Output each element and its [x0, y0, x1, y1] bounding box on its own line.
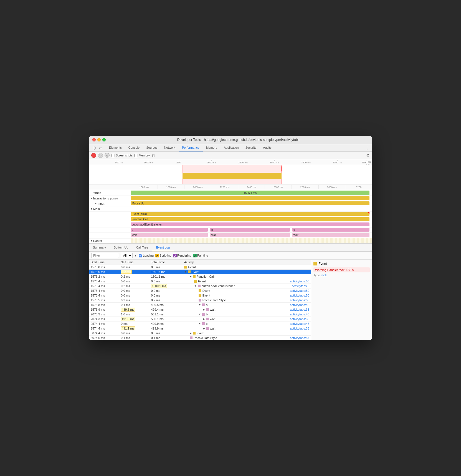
activity-link[interactable]: activitytabs:50	[288, 280, 309, 283]
cell-start-time: 2073.3 ms	[89, 312, 119, 317]
tab-memory[interactable]: Memory	[203, 144, 221, 151]
memory-checkbox-label[interactable]: Memory	[134, 154, 150, 157]
cell-total-time: 499.9 ms	[149, 326, 182, 331]
tab-network[interactable]: Network	[161, 144, 179, 151]
tick-2800: 2800 ms	[292, 185, 318, 189]
activity-link[interactable]: activitytabs:33	[288, 327, 309, 330]
activity-link[interactable]: activitytabs:33	[288, 317, 309, 321]
filter-arrow: ▼	[134, 254, 137, 257]
tab-elements[interactable]: Elements	[106, 144, 125, 151]
th-total-time[interactable]: Total Time	[149, 260, 182, 265]
interactions-expand[interactable]: ▼	[90, 197, 93, 200]
filter-select[interactable]: All	[121, 253, 133, 258]
tab-bottom-up[interactable]: Bottom-Up	[110, 244, 132, 251]
activity-link[interactable]: activitytabs:33	[288, 308, 309, 311]
top-ruler: 500 ms 1000 ms 1500 2000 ms 2500 ms 3000…	[89, 159, 372, 165]
tab-call-tree[interactable]: Call Tree	[132, 244, 152, 251]
activity-link[interactable]: activitytabs:50	[288, 298, 309, 302]
maximize-button[interactable]	[102, 138, 106, 141]
table-row[interactable]: 2073.3 ms1.0 ms501.1 ms ▼ b activitytabs…	[89, 312, 311, 317]
trash-icon[interactable]: 🗑	[151, 153, 155, 158]
scripting-checkbox-label[interactable]: Scripting	[155, 254, 171, 257]
painting-checkbox[interactable]	[193, 254, 197, 257]
clear-button[interactable]: ⊘	[105, 153, 110, 158]
activity-link[interactable]: activitytabs:54	[288, 336, 309, 340]
activity-link[interactable]: activitytabs:50	[288, 294, 309, 297]
activity-icon	[199, 299, 201, 302]
activity-name: a	[206, 303, 208, 307]
table-row[interactable]: 1573.4 ms0.0 ms0.0 ms Event activitytabs…	[89, 293, 311, 298]
tab-console[interactable]: Console	[125, 144, 143, 151]
table-row[interactable]: 1573.4 ms0.0 ms0.0 ms Event activitytabs…	[89, 279, 311, 284]
event-click-content: Event (click)	[131, 212, 372, 217]
activity-link[interactable]: activitytabs:43	[288, 313, 309, 316]
table-row[interactable]: 1573.0 ms0.2 ms1501.4 ms ▼ Event	[89, 270, 311, 274]
table-row[interactable]: 1573.0 ms0.0 ms0.0 ms Event	[89, 265, 311, 270]
device-icon[interactable]: ▭	[98, 145, 103, 151]
activity-icon	[194, 280, 197, 283]
table-row[interactable]: 2574.4 ms0 ms499.9 ms ▼ c activitytabs:4…	[89, 321, 311, 326]
raster-expand[interactable]: ▼	[90, 239, 93, 242]
cursor-icon[interactable]: ⬡	[91, 145, 97, 151]
tab-audits[interactable]: Audits	[260, 144, 275, 151]
activity-link[interactable]: activitytabs:46	[288, 322, 309, 325]
table-row[interactable]: 1573.9 ms489.5 ms499.4 ms ▶ wait activit…	[89, 307, 311, 312]
raster-label: ▼ Raster	[89, 239, 131, 243]
filter-bar: All ▼ Loading Scripting Rendering Painti…	[89, 252, 372, 260]
main-expand[interactable]: ▼	[90, 207, 93, 210]
record-button[interactable]	[91, 153, 96, 158]
tab-application[interactable]: Application	[221, 144, 242, 151]
activity-name: button.addEventListener	[202, 284, 235, 288]
cell-activity: ▼ Event	[183, 270, 311, 274]
loading-checkbox[interactable]	[139, 254, 142, 257]
table-row[interactable]: 1573.4 ms0.0 ms0.0 ms Event activitytabs…	[89, 288, 311, 293]
bottom-yellow-row: ▼ Raster	[89, 238, 372, 243]
tab-security[interactable]: Security	[242, 144, 260, 151]
table-row[interactable]: 1573.2 ms0.2 ms1501.1 ms ▶ Function Call	[89, 274, 311, 279]
screenshots-checkbox-label[interactable]: Screenshots	[111, 154, 133, 157]
table-row[interactable]: 1573.4 ms0.2 ms1500.9 ms ▼ button.addEve…	[89, 284, 311, 288]
main-section: ▼ Main | Event (click)	[89, 206, 372, 243]
table-row[interactable]: 3074.5 ms0.1 ms0.1 ms Recalculate Style …	[89, 336, 311, 340]
close-button[interactable]	[92, 138, 96, 141]
refresh-record-button[interactable]: ↻	[98, 153, 103, 158]
th-start-time[interactable]: Start Time	[89, 260, 119, 265]
cell-total-time: 0.0 ms	[149, 265, 182, 270]
rendering-checkbox-label[interactable]: Rendering	[173, 254, 191, 257]
minimize-button[interactable]	[97, 138, 101, 141]
rendering-checkbox[interactable]	[173, 254, 177, 257]
activity-icon	[202, 313, 205, 316]
input-expand[interactable]: ▼	[95, 202, 97, 205]
more-options-icon[interactable]: ⋮	[364, 145, 370, 151]
overview-chart[interactable]	[89, 165, 372, 184]
cell-total-time: 500.1 ms	[149, 317, 182, 321]
activity-link[interactable]: activitytabs...	[289, 284, 309, 288]
activity-name: wait	[210, 308, 216, 311]
table-row[interactable]: 1573.8 ms0.1 ms499.5 ms ▼ a activitytabs…	[89, 303, 311, 307]
abc-content: a b c	[131, 227, 372, 232]
main-label-row: ▼ Main |	[89, 206, 372, 212]
filter-input[interactable]	[91, 253, 119, 258]
painting-checkbox-label[interactable]: Painting	[193, 254, 208, 257]
table-row[interactable]: 2574.4 ms491.1 ms499.9 ms ▶ wait activit…	[89, 326, 311, 331]
c-block: c	[292, 228, 369, 232]
screenshots-checkbox[interactable]	[111, 154, 115, 157]
a-block: a	[131, 228, 208, 232]
table-row[interactable]: 3074.4 ms0.0 ms0.0 ms ▶ Event	[89, 331, 311, 336]
tab-event-log[interactable]: Event Log	[152, 244, 174, 251]
table-row[interactable]: 1573.5 ms0.2 ms0.2 ms Recalculate Style …	[89, 298, 311, 303]
activity-link[interactable]: activitytabs:50	[288, 289, 309, 292]
th-self-time[interactable]: Self Time	[119, 260, 150, 265]
memory-checkbox[interactable]	[134, 154, 138, 157]
activity-link[interactable]: activitytabs:40	[288, 303, 309, 307]
scripting-checkbox[interactable]	[155, 254, 159, 257]
cell-self-time: 0.0 ms	[119, 265, 150, 270]
tab-sources[interactable]: Sources	[143, 144, 161, 151]
loading-checkbox-label[interactable]: Loading	[139, 254, 154, 257]
th-activity[interactable]: Activity	[183, 260, 311, 265]
table-row[interactable]: 2074.3 ms491.3 ms500.1 ms ▶ wait activit…	[89, 317, 311, 321]
settings-icon[interactable]: ⚙	[366, 153, 370, 158]
add-event-listener-row: button.addEventListener	[89, 222, 372, 227]
tab-performance[interactable]: Performance	[179, 144, 203, 151]
tab-summary[interactable]: Summary	[89, 244, 110, 251]
